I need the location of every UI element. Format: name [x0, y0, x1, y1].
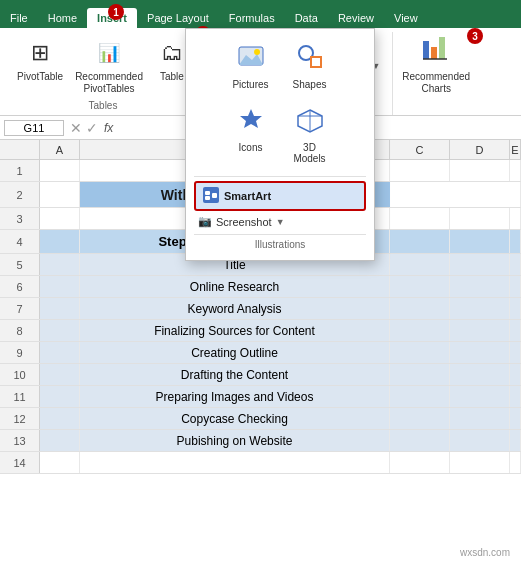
cell-e11[interactable] — [510, 386, 521, 407]
cell-c7[interactable] — [390, 298, 450, 319]
cell-e14[interactable] — [510, 452, 521, 473]
cell-c10[interactable] — [390, 364, 450, 385]
tab-page-layout[interactable]: Page Layout — [137, 8, 219, 28]
pictures-icon — [237, 43, 265, 77]
cell-a3[interactable] — [40, 208, 80, 229]
cell-d14[interactable] — [450, 452, 510, 473]
cell-e8[interactable] — [510, 320, 521, 341]
cell-d4[interactable] — [450, 230, 510, 253]
smartart-button[interactable]: SmartArt — [194, 181, 366, 211]
cell-d3[interactable] — [450, 208, 510, 229]
cell-b8[interactable]: Finalizing Sources for Content — [80, 320, 390, 341]
cell-b14[interactable] — [80, 452, 390, 473]
cell-e13[interactable] — [510, 430, 521, 451]
recommended-pivottables-icon: 📊 — [93, 37, 125, 69]
cell-a14[interactable] — [40, 452, 80, 473]
cell-c12[interactable] — [390, 408, 450, 429]
cell-a4[interactable] — [40, 230, 80, 253]
formula-separator: ✕ ✓ — [68, 120, 100, 136]
recommended-charts-button[interactable]: RecommendedCharts — [399, 34, 473, 94]
cell-c1[interactable] — [390, 160, 450, 181]
cell-d12[interactable] — [450, 408, 510, 429]
svg-rect-5 — [431, 47, 437, 59]
cell-b11[interactable]: Preparing Images and Videos — [80, 386, 390, 407]
cell-c11[interactable] — [390, 386, 450, 407]
cell-c3[interactable] — [390, 208, 450, 229]
cell-b12[interactable]: Copycase Checking — [80, 408, 390, 429]
icons-button[interactable]: Icons — [223, 100, 278, 170]
3d-models-icon — [296, 106, 324, 140]
cell-b12-text: Copycase Checking — [181, 412, 288, 426]
cell-e10[interactable] — [510, 364, 521, 385]
ribbon-group-tables: ⊞ PivotTable 📊 RecommendedPivotTables 🗂 … — [4, 32, 203, 115]
table-row: 8 Finalizing Sources for Content — [0, 320, 521, 342]
cell-d10[interactable] — [450, 364, 510, 385]
cell-c6[interactable] — [390, 276, 450, 297]
tab-home[interactable]: Home — [38, 8, 87, 28]
cell-b10-text: Drafting the Content — [181, 368, 288, 382]
cell-a2[interactable] — [40, 182, 80, 207]
cell-d11[interactable] — [450, 386, 510, 407]
cell-c13[interactable] — [390, 430, 450, 451]
pictures-button[interactable]: Pictures — [223, 37, 278, 96]
tab-data[interactable]: Data — [285, 8, 328, 28]
cell-b9[interactable]: Creating Outline — [80, 342, 390, 363]
row-num: 13 — [0, 430, 40, 451]
cell-b10[interactable]: Drafting the Content — [80, 364, 390, 385]
cell-a12[interactable] — [40, 408, 80, 429]
cell-b9-text: Creating Outline — [191, 346, 278, 360]
cell-a11[interactable] — [40, 386, 80, 407]
cell-c8[interactable] — [390, 320, 450, 341]
cell-e1[interactable] — [510, 160, 521, 181]
pivot-table-button[interactable]: ⊞ PivotTable — [12, 34, 68, 100]
cell-e2[interactable] — [390, 182, 521, 207]
tab-file[interactable]: File — [0, 8, 38, 28]
cell-c14[interactable] — [390, 452, 450, 473]
tables-group-label: Tables — [89, 100, 118, 113]
cell-b13[interactable]: Pubishing on Website — [80, 430, 390, 451]
cell-c9[interactable] — [390, 342, 450, 363]
cell-a6[interactable] — [40, 276, 80, 297]
row-num: 4 — [0, 230, 40, 253]
cell-e6[interactable] — [510, 276, 521, 297]
cell-d5[interactable] — [450, 254, 510, 275]
cell-e5[interactable] — [510, 254, 521, 275]
pivot-table-icon: ⊞ — [24, 37, 56, 69]
cell-a13[interactable] — [40, 430, 80, 451]
cell-b6[interactable]: Online Research — [80, 276, 390, 297]
cell-reference[interactable] — [4, 120, 64, 136]
row-num: 5 — [0, 254, 40, 275]
cell-a5[interactable] — [40, 254, 80, 275]
tab-review[interactable]: Review — [328, 8, 384, 28]
cell-e9[interactable] — [510, 342, 521, 363]
cell-d9[interactable] — [450, 342, 510, 363]
tab-view[interactable]: View — [384, 8, 428, 28]
cell-e4[interactable] — [510, 230, 521, 253]
cell-c5[interactable] — [390, 254, 450, 275]
cell-a9[interactable] — [40, 342, 80, 363]
cell-e12[interactable] — [510, 408, 521, 429]
cell-d8[interactable] — [450, 320, 510, 341]
cell-d7[interactable] — [450, 298, 510, 319]
cell-d13[interactable] — [450, 430, 510, 451]
tab-formulas[interactable]: Formulas — [219, 8, 285, 28]
row-num: 8 — [0, 320, 40, 341]
cell-c4[interactable] — [390, 230, 450, 253]
3d-models-button[interactable]: 3DModels — [282, 100, 337, 170]
recommended-pivottables-button[interactable]: 📊 RecommendedPivotTables — [70, 34, 148, 100]
cell-d6[interactable] — [450, 276, 510, 297]
shapes-button[interactable]: Shapes — [282, 37, 337, 96]
cell-a1[interactable] — [40, 160, 80, 181]
screenshot-button[interactable]: 📷 Screenshot ▼ — [194, 213, 366, 230]
cell-e3[interactable] — [510, 208, 521, 229]
cell-e7[interactable] — [510, 298, 521, 319]
cell-d1[interactable] — [450, 160, 510, 181]
row-num: 12 — [0, 408, 40, 429]
cell-a10[interactable] — [40, 364, 80, 385]
cell-a7[interactable] — [40, 298, 80, 319]
cell-b7[interactable]: Keyword Analysis — [80, 298, 390, 319]
screenshot-label: Screenshot — [216, 216, 272, 228]
smartart-label: SmartArt — [224, 190, 271, 202]
cell-a8[interactable] — [40, 320, 80, 341]
table-row: 13 Pubishing on Website — [0, 430, 521, 452]
